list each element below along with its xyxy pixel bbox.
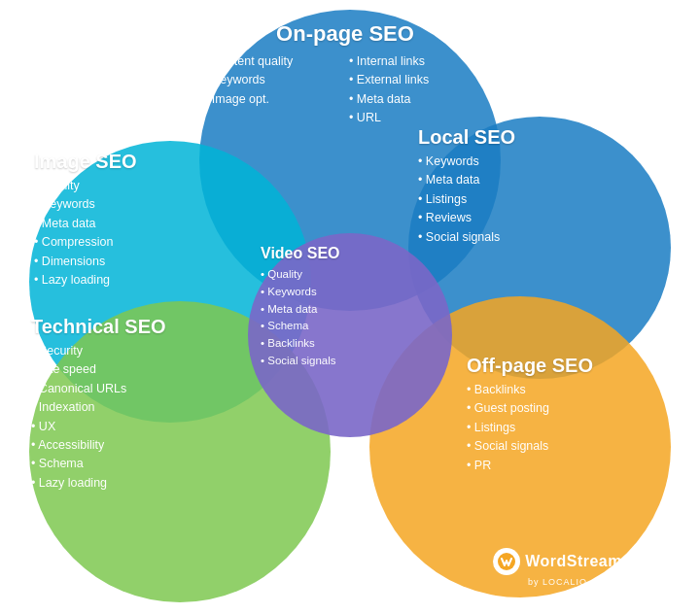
wordstream-brand: WordStream by LOCALIQ <box>493 548 622 587</box>
circle-video <box>248 233 452 437</box>
wordstream-logo: WordStream <box>493 548 622 575</box>
diagram-container: On-page SEO Content quality Keywords Ima… <box>0 0 700 614</box>
wordstream-icon <box>493 548 520 575</box>
wordstream-sub: by LOCALIQ <box>528 577 587 587</box>
wordstream-name: WordStream <box>525 553 622 570</box>
